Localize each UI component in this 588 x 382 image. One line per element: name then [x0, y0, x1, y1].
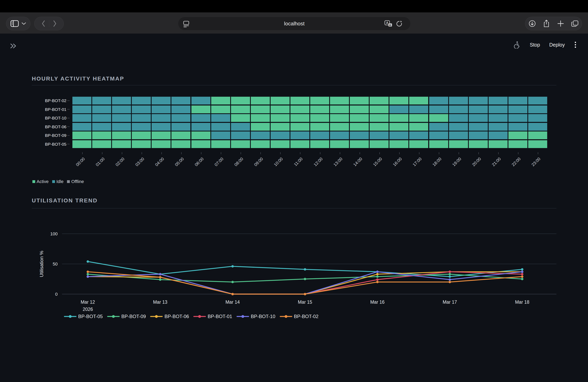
- trend-point-BP-BOT-09[interactable]: [231, 281, 234, 283]
- trend-point-BP-BOT-02[interactable]: [159, 276, 161, 278]
- heatmap-cell[interactable]: [191, 97, 210, 104]
- heatmap-cell[interactable]: [92, 123, 111, 131]
- url-text[interactable]: localhost: [178, 17, 410, 30]
- forward-icon[interactable]: [53, 20, 57, 27]
- heatmap-cell[interactable]: [370, 123, 389, 131]
- heatmap-cell[interactable]: [429, 114, 448, 122]
- heatmap-cell[interactable]: [409, 123, 428, 131]
- trend-point-BP-BOT-10[interactable]: [449, 279, 451, 281]
- heatmap-cell[interactable]: [330, 97, 349, 104]
- trend-point-BP-BOT-05[interactable]: [87, 260, 89, 263]
- new-tab-icon[interactable]: [557, 19, 565, 28]
- heatmap-cell[interactable]: [508, 140, 527, 148]
- heatmap-cell[interactable]: [211, 114, 230, 122]
- heatmap-cell[interactable]: [72, 132, 91, 139]
- heatmap-cell[interactable]: [92, 132, 111, 139]
- heatmap-cell[interactable]: [389, 132, 408, 139]
- heatmap-cell[interactable]: [152, 132, 171, 139]
- trend-point-BP-BOT-10[interactable]: [87, 275, 89, 278]
- heatmap-cell[interactable]: [489, 105, 508, 113]
- trend-point-BP-BOT-10[interactable]: [376, 270, 378, 273]
- stop-button[interactable]: Stop: [530, 42, 540, 48]
- heatmap-cell[interactable]: [271, 105, 290, 113]
- heatmap-cell[interactable]: [92, 140, 111, 148]
- heatmap-cell[interactable]: [409, 105, 428, 113]
- heatmap-cell[interactable]: [310, 105, 329, 113]
- hourly-activity-heatmap[interactable]: [72, 97, 548, 149]
- heatmap-cell[interactable]: [528, 140, 547, 148]
- heatmap-cell[interactable]: [489, 140, 508, 148]
- heatmap-cell[interactable]: [389, 140, 408, 148]
- heatmap-cell[interactable]: [72, 123, 91, 131]
- sidebar-toggle-group[interactable]: [6, 17, 30, 30]
- heatmap-cell[interactable]: [389, 105, 408, 113]
- tabs-overview-icon[interactable]: [571, 19, 579, 28]
- heatmap-cell[interactable]: [469, 140, 488, 148]
- heatmap-cell[interactable]: [271, 140, 290, 148]
- trend-legend-item[interactable]: BP-BOT-09: [107, 314, 146, 319]
- heatmap-cell[interactable]: [112, 114, 131, 122]
- heatmap-cell[interactable]: [251, 140, 270, 148]
- heatmap-cell[interactable]: [508, 97, 527, 104]
- heatmap-cell[interactable]: [290, 97, 309, 104]
- heatmap-cell[interactable]: [271, 132, 290, 139]
- trend-point-BP-BOT-02[interactable]: [304, 293, 306, 295]
- heatmap-cell[interactable]: [429, 123, 448, 131]
- heatmap-cell[interactable]: [112, 105, 131, 113]
- heatmap-cell[interactable]: [231, 132, 250, 139]
- chevron-down-icon[interactable]: [21, 22, 26, 25]
- heatmap-cell[interactable]: [449, 123, 468, 131]
- trend-point-BP-BOT-01[interactable]: [376, 279, 378, 281]
- trend-legend-item[interactable]: BP-BOT-06: [150, 314, 189, 319]
- heatmap-cell[interactable]: [251, 97, 270, 104]
- trend-point-BP-BOT-01[interactable]: [521, 273, 524, 275]
- heatmap-cell[interactable]: [449, 97, 468, 104]
- heatmap-cell[interactable]: [290, 105, 309, 113]
- translate-icon[interactable]: A あ: [384, 20, 392, 27]
- heatmap-cell[interactable]: [271, 97, 290, 104]
- heatmap-cell[interactable]: [231, 114, 250, 122]
- heatmap-cell[interactable]: [350, 97, 369, 104]
- heatmap-cell[interactable]: [132, 97, 151, 104]
- trend-point-BP-BOT-09[interactable]: [449, 273, 451, 275]
- trend-legend-item[interactable]: BP-BOT-10: [237, 314, 275, 319]
- heatmap-cell[interactable]: [429, 132, 448, 139]
- trend-point-BP-BOT-02[interactable]: [449, 281, 451, 283]
- trend-point-BP-BOT-05[interactable]: [521, 268, 524, 270]
- deploy-button[interactable]: Deploy: [549, 42, 565, 48]
- heatmap-cell[interactable]: [370, 132, 389, 139]
- heatmap-cell[interactable]: [350, 105, 369, 113]
- heatmap-cell[interactable]: [171, 97, 190, 104]
- heatmap-cell[interactable]: [251, 114, 270, 122]
- heatmap-cell[interactable]: [211, 97, 230, 104]
- heatmap-cell[interactable]: [271, 123, 290, 131]
- heatmap-cell[interactable]: [72, 97, 91, 104]
- heatmap-cell[interactable]: [370, 97, 389, 104]
- heatmap-cell[interactable]: [528, 132, 547, 139]
- heatmap-cell[interactable]: [231, 140, 250, 148]
- heatmap-cell[interactable]: [231, 97, 250, 104]
- heatmap-cell[interactable]: [508, 114, 527, 122]
- heatmap-cell[interactable]: [152, 114, 171, 122]
- back-icon[interactable]: [42, 20, 45, 27]
- heatmap-cell[interactable]: [92, 97, 111, 104]
- heatmap-cell[interactable]: [92, 105, 111, 113]
- trend-point-BP-BOT-09[interactable]: [159, 279, 161, 281]
- trend-point-BP-BOT-05[interactable]: [231, 265, 234, 267]
- heatmap-cell[interactable]: [211, 140, 230, 148]
- heatmap-cell[interactable]: [429, 97, 448, 104]
- heatmap-cell[interactable]: [211, 105, 230, 113]
- trend-point-BP-BOT-10[interactable]: [159, 273, 161, 275]
- heatmap-cell[interactable]: [171, 105, 190, 113]
- heatmap-cell[interactable]: [489, 114, 508, 122]
- trend-point-BP-BOT-10[interactable]: [521, 270, 524, 273]
- heatmap-cell[interactable]: [191, 140, 210, 148]
- heatmap-cell[interactable]: [350, 140, 369, 148]
- heatmap-cell[interactable]: [310, 123, 329, 131]
- trend-point-BP-BOT-02[interactable]: [87, 270, 89, 273]
- trend-point-BP-BOT-09[interactable]: [304, 278, 306, 280]
- heatmap-cell[interactable]: [290, 140, 309, 148]
- trend-point-BP-BOT-02[interactable]: [231, 293, 234, 295]
- trend-point-BP-BOT-09[interactable]: [521, 278, 524, 280]
- heatmap-cell[interactable]: [132, 105, 151, 113]
